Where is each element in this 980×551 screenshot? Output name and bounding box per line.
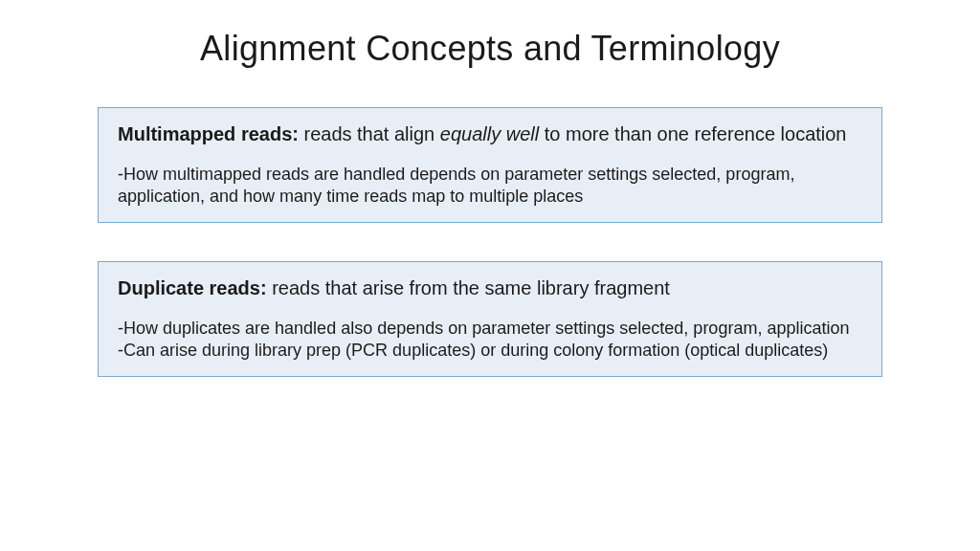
slide-title: Alignment Concepts and Terminology xyxy=(0,29,980,69)
def-text-2: to more than one reference location xyxy=(539,123,846,144)
term-duplicate: Duplicate reads: xyxy=(118,277,267,298)
definition-box-multimapped: Multimapped reads: reads that align equa… xyxy=(98,107,882,223)
slide-container: Alignment Concepts and Terminology Multi… xyxy=(0,0,980,551)
detail-multimapped: -How multimapped reads are handled depen… xyxy=(118,164,862,209)
def-text-dup: reads that arise from the same library f… xyxy=(267,277,670,298)
def-italic: equally well xyxy=(440,123,539,144)
detail-line-dup-1: -How duplicates are handled also depends… xyxy=(118,318,862,340)
definition-box-duplicate: Duplicate reads: reads that arise from t… xyxy=(98,261,882,377)
detail-duplicate: -How duplicates are handled also depends… xyxy=(118,318,862,363)
definition-multimapped: Multimapped reads: reads that align equa… xyxy=(118,121,862,146)
def-text-1: reads that align xyxy=(299,123,440,144)
detail-line-1: -How multimapped reads are handled depen… xyxy=(118,164,862,209)
term-multimapped: Multimapped reads: xyxy=(118,123,299,144)
definition-duplicate: Duplicate reads: reads that arise from t… xyxy=(118,276,862,300)
detail-line-dup-2: -Can arise during library prep (PCR dupl… xyxy=(118,340,862,362)
